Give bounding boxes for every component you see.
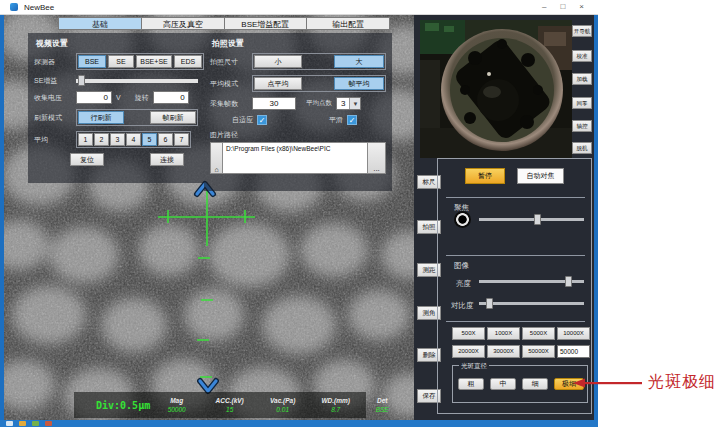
se-gain-label: SE增益 (34, 76, 72, 86)
points-select[interactable]: 3 ▼ (336, 97, 361, 110)
offline-button[interactable]: 脱机 (572, 142, 592, 154)
tab-hv-vacuum[interactable]: 高压及真空 (142, 17, 225, 30)
detector-bse-se-button[interactable]: BSE+SE (136, 55, 172, 68)
detector-se-button[interactable]: SE (108, 55, 134, 68)
spot-fine-button[interactable]: 细 (522, 378, 548, 390)
rotation-input[interactable]: 0 (153, 91, 189, 104)
rotation-label: 旋转 (135, 93, 149, 103)
sem-live-image[interactable]: 基础 高压及真空 BSE增益配置 输出配置 视频设置 探测器 BSE SE BS… (4, 15, 414, 420)
tab-bar: 基础 高压及真空 BSE增益配置 输出配置 (58, 17, 390, 30)
image-path-input[interactable]: D:\Program Files (x86)\NewBee\PIC (223, 142, 368, 174)
refresh-mode-label: 刷新模式 (34, 113, 72, 123)
screenshot-canvas: NewBee – □ × (0, 0, 720, 427)
spot-coarse-button[interactable]: 粗 (458, 378, 484, 390)
annotation-arrow-icon (570, 375, 644, 391)
status-col-wd: WD.(mm) 8.7 (309, 397, 362, 413)
home-zero-button[interactable]: 回零 (572, 97, 592, 109)
average-group: 1 2 3 4 5 6 7 (76, 131, 191, 148)
photo-size-label: 拍照尺寸 (210, 57, 248, 67)
taskbar-icon[interactable] (45, 421, 52, 426)
home-icon[interactable]: ⌂ (210, 142, 223, 174)
reset-button[interactable]: 复位 (70, 153, 104, 166)
windows-taskbar[interactable] (0, 420, 598, 427)
divider (446, 321, 585, 322)
frames-input[interactable]: 30 (252, 97, 296, 110)
line-refresh-button[interactable]: 行刷新 (78, 111, 124, 124)
detector-group: BSE SE BSE+SE EDS (76, 53, 204, 70)
mag-30000x-button[interactable]: 30000X (487, 345, 520, 358)
detector-bse-button[interactable]: BSE (78, 55, 106, 68)
status-col-vac: Vac.(Pa) 0.01 (256, 397, 309, 413)
load-button[interactable]: 加载 (572, 73, 592, 85)
tab-basic[interactable]: 基础 (58, 17, 142, 30)
point-average-button[interactable]: 点平均 (254, 77, 302, 90)
spot-diameter-label: 光斑直径 (459, 362, 489, 371)
size-small-button[interactable]: 小 (254, 55, 302, 68)
chamber-camera-image (420, 20, 572, 158)
points-label: 平均点数 (306, 99, 332, 108)
calibrate-button[interactable]: 校准 (572, 50, 592, 62)
status-col-det: Det BSE (362, 397, 402, 413)
app-icon (10, 3, 18, 11)
mag-10000x-button[interactable]: 10000X (557, 327, 590, 340)
taskbar-icon[interactable] (6, 421, 13, 426)
size-large-button[interactable]: 大 (334, 55, 384, 68)
pause-button[interactable]: 暂停 (465, 168, 505, 184)
open-navigation-button[interactable]: 开导航 (572, 25, 592, 37)
status-bar: Div:0.5μm Mag 50000 ACC.(kV) 15 Vac.(Pa)… (74, 392, 366, 418)
mag-5000x-button[interactable]: 5000X (522, 327, 555, 340)
annotation-text: 光斑极细 (648, 372, 716, 393)
taskbar-icon[interactable] (32, 421, 39, 426)
average-4-button[interactable]: 4 (126, 133, 141, 146)
status-col-mag: Mag 50000 (150, 397, 203, 413)
mag-50000x-button[interactable]: 50000X (522, 345, 555, 358)
brightness-label: 亮度 (456, 279, 471, 289)
focus-slider[interactable] (479, 214, 584, 225)
axis-control-button[interactable]: 轴控 (572, 120, 592, 132)
avg-mode-label: 平均模式 (210, 79, 248, 89)
spot-medium-button[interactable]: 中 (490, 378, 516, 390)
mag-500x-button[interactable]: 500X (452, 327, 485, 340)
frame-average-button[interactable]: 帧平均 (334, 77, 384, 90)
average-6-button[interactable]: 6 (158, 133, 173, 146)
maximize-button[interactable]: □ (560, 3, 565, 11)
mag-1000x-button[interactable]: 1000X (487, 327, 520, 340)
average-1-button[interactable]: 1 (78, 133, 93, 146)
brightness-slider[interactable] (479, 276, 584, 287)
window-title: NewBee (24, 3, 54, 12)
video-settings-panel: 视频设置 探测器 BSE SE BSE+SE EDS SE增益 (28, 33, 204, 183)
contrast-slider[interactable] (479, 298, 584, 309)
points-value: 3 (337, 98, 349, 109)
frame-refresh-button[interactable]: 帧刷新 (150, 111, 196, 124)
collect-voltage-input[interactable]: 0 (76, 91, 112, 104)
spot-size-annotation: 光斑极细 (570, 372, 716, 393)
tab-output-config[interactable]: 输出配置 (307, 17, 390, 30)
focus-knob[interactable] (454, 211, 471, 228)
average-2-button[interactable]: 2 (94, 133, 109, 146)
chevron-down-icon: ▼ (349, 98, 360, 109)
average-5-button[interactable]: 5 (142, 133, 157, 146)
minimize-button[interactable]: – (542, 3, 546, 11)
taskbar-icon[interactable] (19, 421, 26, 426)
se-gain-slider[interactable] (76, 75, 198, 86)
contrast-label: 对比度 (451, 301, 474, 311)
smooth-checkbox[interactable]: ✓ (347, 115, 357, 125)
average-7-button[interactable]: 7 (174, 133, 189, 146)
tab-bse-gain-config[interactable]: BSE增益配置 (225, 17, 308, 30)
autofocus-button[interactable]: 自动对焦 (517, 168, 564, 184)
adaptive-checkbox[interactable]: ✓ (257, 115, 267, 125)
close-button[interactable]: × (579, 3, 584, 11)
detector-eds-button[interactable]: EDS (174, 55, 202, 68)
photo-settings-panel: 拍照设置 拍照尺寸 小 大 平均模式 点平均 帧平均 采集帧数 (204, 33, 392, 191)
browse-button[interactable]: ... (368, 142, 386, 174)
window-border-right (594, 15, 598, 420)
photo-settings-title: 拍照设置 (212, 38, 386, 49)
magnification-input[interactable]: 50000 (557, 345, 590, 358)
right-control-region: 开导航 校准 加载 回零 轴控 脱机 标尺 拍照 测距 测角 删除 保存 暂停 (414, 15, 594, 420)
divider (446, 255, 585, 256)
average-3-button[interactable]: 3 (110, 133, 125, 146)
connect-button[interactable]: 连接 (150, 153, 184, 166)
status-col-acc: ACC.(kV) 15 (203, 397, 256, 413)
voltage-unit: V (116, 94, 121, 101)
mag-20000x-button[interactable]: 20000X (452, 345, 485, 358)
